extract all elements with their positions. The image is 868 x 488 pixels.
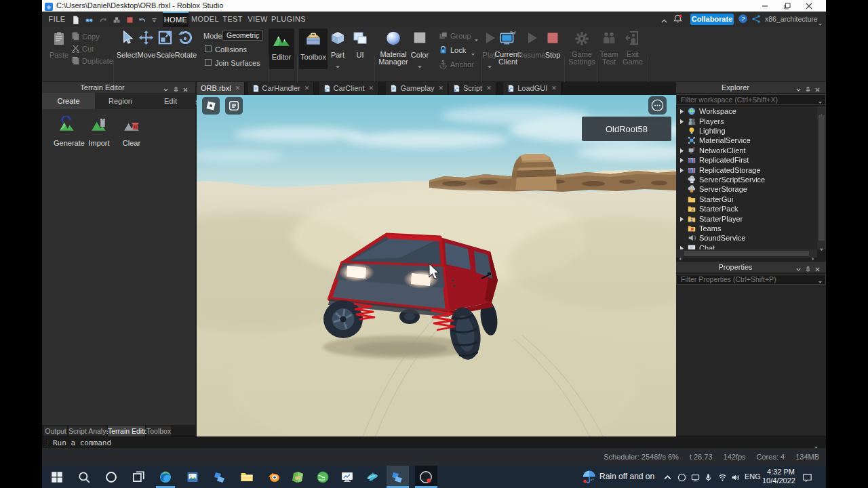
- quick-record-icon[interactable]: [125, 15, 134, 27]
- doc-tab-carhandler[interactable]: CarHandler✕: [248, 82, 315, 95]
- quick-find-icon[interactable]: [85, 15, 94, 27]
- help-icon[interactable]: ?: [738, 14, 748, 26]
- part-caret-icon[interactable]: [335, 60, 340, 73]
- part-icon[interactable]: [330, 30, 346, 49]
- weather-label[interactable]: Rain off and on: [599, 466, 654, 488]
- taskbar-cortana[interactable]: [104, 470, 118, 484]
- tray-wifi[interactable]: [718, 472, 727, 485]
- doc-tab-script[interactable]: Script✕: [449, 82, 496, 95]
- paste-icon[interactable]: [51, 30, 67, 49]
- tab-close-icon[interactable]: ✕: [486, 82, 492, 95]
- tree-item-workspace[interactable]: Workspace: [676, 106, 817, 116]
- dock-tab-terrain-editor[interactable]: Terrain Editor: [108, 426, 145, 436]
- account-name[interactable]: x86_architecture: [765, 12, 818, 27]
- cut-icon[interactable]: [71, 43, 80, 56]
- menu-tab-model[interactable]: MODEL: [191, 12, 218, 27]
- menu-file[interactable]: FILE: [45, 12, 69, 27]
- material-manager-icon[interactable]: [384, 30, 402, 50]
- quick-undo-icon[interactable]: [138, 15, 146, 27]
- doc-tab-loadgui[interactable]: LoadGUI✕: [503, 82, 561, 95]
- tree-item-serverstorage[interactable]: ServerStorage: [676, 184, 817, 194]
- toolbox-button[interactable]: Toolbox: [299, 28, 328, 69]
- terrain-tab-create[interactable]: Create: [42, 93, 95, 109]
- taskbar-roblox-studio[interactable]: [213, 470, 226, 484]
- taskbar-blender[interactable]: [267, 470, 281, 484]
- generate-button[interactable]: Generate: [54, 116, 81, 147]
- group-icon[interactable]: [439, 30, 448, 43]
- clear-button[interactable]: Clear: [118, 116, 145, 147]
- doc-tab-gameplay[interactable]: Gameplay✕: [386, 82, 448, 95]
- tree-item-serverscriptservice[interactable]: ServerScriptService: [676, 175, 817, 184]
- stop-icon[interactable]: [546, 31, 559, 47]
- menu-tab-test[interactable]: TEST: [221, 12, 244, 27]
- weather-icon[interactable]: [582, 470, 595, 484]
- taskbar-photos[interactable]: [186, 470, 199, 484]
- tray-volume[interactable]: [731, 472, 740, 485]
- tab-close-icon[interactable]: ✕: [551, 82, 557, 95]
- more-options-button[interactable]: [648, 96, 667, 115]
- menu-tab-home[interactable]: HOME: [163, 12, 189, 27]
- tab-close-icon[interactable]: ✕: [439, 82, 444, 95]
- taskbar-file-explorer[interactable]: [240, 470, 254, 484]
- close-button[interactable]: [804, 0, 814, 12]
- tree-item-teams[interactable]: Teams: [676, 224, 817, 233]
- dock-tab-output[interactable]: Output: [44, 426, 67, 436]
- taskbar-obs[interactable]: [419, 470, 433, 484]
- tree-item-starterplayer[interactable]: StarterPlayer: [676, 214, 817, 223]
- properties-filter-input[interactable]: Filter Properties (Ctrl+Shift+P): [676, 274, 826, 285]
- terrain-tab-region[interactable]: Region: [95, 93, 146, 109]
- quick-more-icon[interactable]: [150, 15, 159, 27]
- taskbar-task-view[interactable]: [132, 470, 145, 484]
- mode-dropdown[interactable]: Geometric: [222, 30, 263, 41]
- tab-close-icon[interactable]: ✕: [368, 82, 374, 95]
- terrain-tab-edit[interactable]: Edit: [146, 93, 195, 109]
- current-client-icon[interactable]: [499, 30, 517, 50]
- dock-tab-script-analysis[interactable]: Script Analysis: [68, 426, 106, 436]
- dock-tab-toolbox[interactable]: Toolbox: [146, 426, 171, 436]
- tree-item-players[interactable]: Players: [676, 116, 817, 125]
- collaborate-button[interactable]: Collaborate: [690, 14, 734, 25]
- join-surfaces-checkbox[interactable]: [205, 59, 212, 66]
- ribbon-collapse-icon[interactable]: [660, 16, 668, 28]
- tab-close-icon[interactable]: ✕: [235, 82, 241, 95]
- roblox-menu-button[interactable]: [202, 97, 220, 115]
- duplicate-icon[interactable]: [71, 56, 80, 68]
- quick-insert-model-icon[interactable]: [113, 15, 121, 27]
- command-bar[interactable]: ⋮ Run a command: [42, 436, 826, 448]
- quick-redo-icon[interactable]: [99, 15, 108, 27]
- tree-item-replicatedstorage[interactable]: ReplicatedStorage: [676, 165, 817, 174]
- tray-mic[interactable]: [704, 472, 713, 485]
- resume-icon[interactable]: [524, 30, 540, 49]
- tree-item-materialservice[interactable]: MaterialService: [676, 136, 817, 145]
- tray-language[interactable]: ENG: [745, 466, 761, 488]
- explorer-vscrollbar[interactable]: [817, 106, 826, 249]
- game-settings-icon[interactable]: [573, 30, 591, 50]
- scale-tool-icon[interactable]: [157, 30, 173, 48]
- tray-tray-chevron[interactable]: [663, 472, 672, 485]
- tray-clock[interactable]: 4:32 PM 10/4/2022: [762, 468, 795, 485]
- menu-tab-view[interactable]: VIEW: [245, 12, 270, 27]
- tree-item-replicatedfirst[interactable]: ReplicatedFirst: [676, 155, 817, 165]
- taskbar-win-search[interactable]: [77, 470, 91, 484]
- select-tool-icon[interactable]: [119, 30, 134, 48]
- team-test-icon[interactable]: [601, 30, 617, 49]
- anchor-icon[interactable]: [439, 59, 448, 71]
- script-menu-button[interactable]: [225, 97, 243, 115]
- notification-center-icon[interactable]: [800, 470, 814, 484]
- expand-arrow-icon[interactable]: [679, 242, 688, 249]
- explorer-filter-input[interactable]: Filter workspace (Ctrl+Shift+X): [676, 94, 826, 105]
- taskbar-dolphin[interactable]: [366, 470, 379, 484]
- share-icon[interactable]: [751, 14, 761, 26]
- doc-tab-orb-rbxl[interactable]: ORB.rbxl✕: [197, 82, 245, 95]
- tree-item-soundservice[interactable]: SoundService: [676, 233, 817, 243]
- tree-item-startergui[interactable]: StarterGui: [676, 195, 817, 204]
- color-caret-icon[interactable]: [417, 60, 422, 73]
- taskbar-game-ball[interactable]: [316, 470, 330, 484]
- tree-item-lighting[interactable]: Lighting: [676, 126, 817, 136]
- viewport-3d[interactable]: OldRoot58: [197, 95, 676, 437]
- color-icon[interactable]: [412, 30, 427, 48]
- copy-icon[interactable]: [71, 31, 80, 43]
- rotate-tool-icon[interactable]: [177, 30, 193, 49]
- maximize-button[interactable]: [783, 0, 792, 12]
- explorer-hscrollbar[interactable]: [676, 249, 817, 258]
